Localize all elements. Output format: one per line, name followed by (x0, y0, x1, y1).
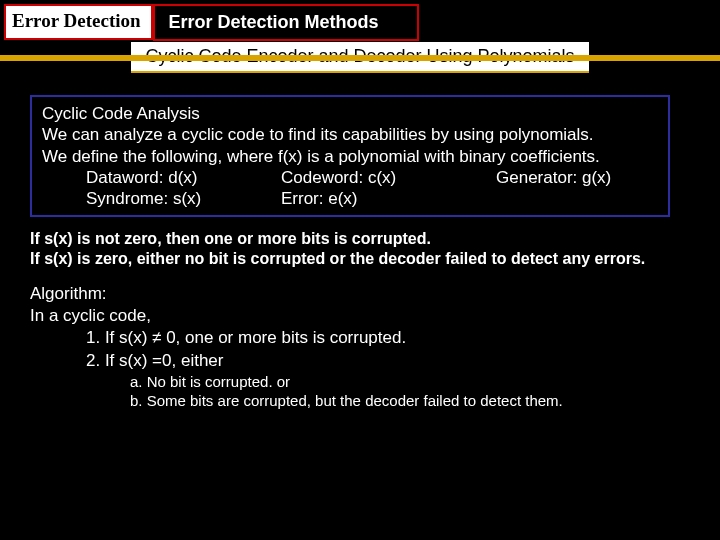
box-line-3: We define the following, where f(x) is a… (42, 146, 654, 167)
algo-step-2: 2. If s(x) =0, either (30, 350, 670, 372)
def-syndrome: Syndrome: s(x) (86, 188, 281, 209)
algo-intro: In a cyclic code, (30, 305, 670, 327)
box-line-1: Cyclic Code Analysis (42, 103, 654, 124)
def-error: Error: e(x) (281, 188, 496, 209)
algo-title: Algorithm: (30, 283, 670, 305)
def-empty (496, 188, 654, 209)
body-line-2: If s(x) is zero, either no bit is corrup… (30, 249, 670, 269)
algorithm-block: Algorithm: In a cyclic code, 1. If s(x) … (30, 283, 670, 410)
title-main: Error Detection (4, 4, 153, 40)
header-row: Error Detection Error Detection Methods (0, 0, 720, 41)
box-line-2: We can analyze a cyclic code to find its… (42, 124, 654, 145)
defs-row-1: Dataword: d(x) Codeword: c(x) Generator:… (42, 167, 654, 188)
def-generator: Generator: g(x) (496, 167, 654, 188)
analysis-box: Cyclic Code Analysis We can analyze a cy… (30, 95, 670, 217)
algo-sub-b: b. Some bits are corrupted, but the deco… (30, 391, 670, 411)
title-sub: Error Detection Methods (153, 4, 419, 41)
algo-step-1: 1. If s(x) ≠ 0, one or more bits is corr… (30, 327, 670, 349)
body-block: If s(x) is not zero, then one or more bi… (30, 229, 670, 269)
rule-bar (0, 55, 720, 61)
body-line-1: If s(x) is not zero, then one or more bi… (30, 229, 670, 249)
defs-row-2: Syndrome: s(x) Error: e(x) (42, 188, 654, 209)
def-codeword: Codeword: c(x) (281, 167, 496, 188)
algo-sub-a: a. No bit is corrupted. or (30, 372, 670, 392)
def-dataword: Dataword: d(x) (86, 167, 281, 188)
